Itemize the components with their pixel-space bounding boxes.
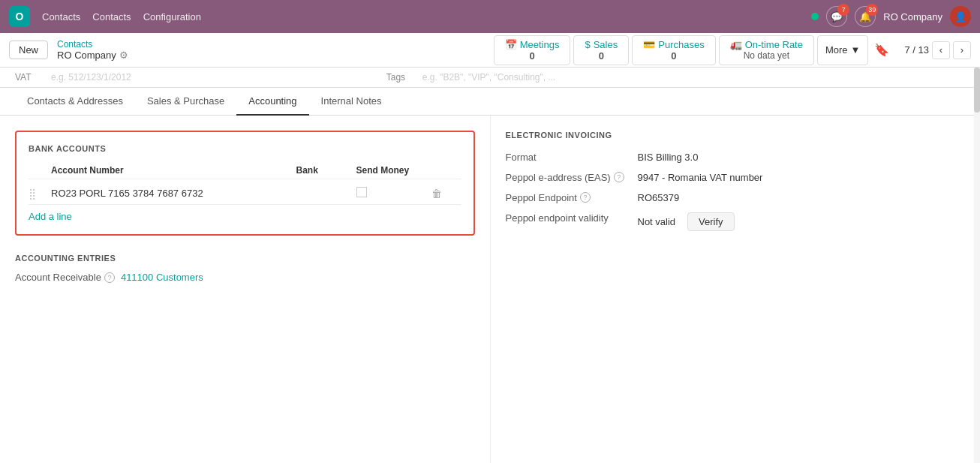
validity-row: Peppol endpoint validity Not valid Verif… (506, 212, 966, 231)
peppol-eas-label: Peppol e-address (EAS) ? (506, 172, 626, 183)
add-line-button[interactable]: Add a line (29, 205, 72, 222)
nav-arrows: 7 / 13 ‹ › (904, 41, 971, 59)
peppol-endpoint-row: Peppol Endpoint ? RO65379 (506, 192, 966, 203)
nav-links: Contacts Configuration (92, 11, 201, 23)
more-label: More (825, 44, 848, 56)
purchases-button[interactable]: 💳 Purchases 0 (632, 35, 715, 65)
breadcrumb-current: RO Company (57, 50, 116, 61)
peppol-endpoint-help-icon[interactable]: ? (580, 192, 591, 203)
scrollbar-track (974, 68, 980, 463)
send-money-checkbox[interactable] (356, 187, 367, 197)
account-receivable-value[interactable]: 411100 Customers (121, 272, 203, 283)
card-icon: 💳 (643, 39, 655, 50)
peppol-eas-row: Peppol e-address (EAS) ? 9947 - Romania … (506, 172, 966, 183)
more-button[interactable]: More ▼ (817, 35, 869, 65)
sales-label: Sales (594, 39, 618, 50)
bank-accounts-section: BANK ACCOUNTS Account Number Bank Send M… (15, 131, 475, 236)
nav-contacts[interactable]: Contacts (92, 11, 131, 23)
meetings-label: Meetings (520, 39, 560, 50)
smart-buttons: 📅 Meetings 0 $ Sales 0 💳 Purchases 0 🚛 O… (494, 35, 869, 65)
bank-accounts-title: BANK ACCOUNTS (29, 144, 461, 153)
app-logo[interactable]: O (9, 6, 30, 27)
peppol-endpoint-label: Peppol Endpoint ? (506, 192, 626, 203)
calendar-icon: 📅 (505, 39, 517, 50)
action-bar: New Contacts RO Company ⚙ 📅 Meetings 0 $… (0, 33, 980, 68)
verify-button[interactable]: Verify (687, 212, 735, 231)
account-number-value: RO23 PORL 7165 3784 7687 6732 (51, 188, 296, 199)
col-send-money: Send Money (356, 165, 431, 176)
ontime-label: On-time Rate (745, 39, 803, 50)
alerts-badge: 39 (866, 4, 878, 16)
messages-badge: 7 (837, 4, 849, 16)
dollar-icon: $ (585, 39, 590, 50)
account-receivable-label: Account Receivable ? (15, 272, 115, 283)
format-value: BIS Billing 3.0 (638, 152, 699, 163)
nav-configuration[interactable]: Configuration (143, 11, 201, 23)
format-label: Format (506, 152, 626, 163)
validity-label: Peppol endpoint validity (506, 212, 626, 231)
delete-icon[interactable]: 🗑 (431, 188, 461, 200)
new-button[interactable]: New (9, 41, 48, 59)
chevron-down-icon: ▼ (851, 44, 861, 56)
tab-internal-notes[interactable]: Internal Notes (309, 88, 394, 116)
meetings-button[interactable]: 📅 Meetings 0 (494, 35, 571, 65)
tab-sales-purchase[interactable]: Sales & Purchase (135, 88, 236, 116)
bookmark-icon[interactable]: 🔖 (874, 43, 889, 57)
tags-field: Tags e.g. "B2B", "VIP", "Consulting", ..… (386, 72, 556, 83)
help-icon[interactable]: ? (104, 272, 115, 283)
peppol-endpoint-value: RO65379 (638, 192, 680, 203)
peppol-eas-help-icon[interactable]: ? (614, 172, 624, 182)
navbar-right: 💬 7 🔔 39 RO Company 👤 (811, 6, 971, 27)
tab-accounting[interactable]: Accounting (236, 88, 308, 116)
sales-button[interactable]: $ Sales 0 (573, 35, 629, 65)
user-avatar[interactable]: 👤 (950, 6, 971, 27)
messages-icon[interactable]: 💬 7 (826, 6, 847, 27)
peppol-eas-value: 9947 - Romania VAT number (638, 172, 763, 183)
main-content: VAT e.g. 512/123/1/2012 Tags e.g. "B2B",… (0, 68, 980, 463)
scrollbar-thumb[interactable] (974, 68, 980, 113)
table-row: ⣿ RO23 PORL 7165 3784 7687 6732 🗑 (29, 182, 461, 205)
accounting-entries-section: ACCOUNTING ENTRIES Account Receivable ? … (15, 254, 475, 283)
col-account-number: Account Number (51, 165, 296, 176)
account-receivable-row: Account Receivable ? 411100 Customers (15, 272, 475, 283)
alerts-icon[interactable]: 🔔 39 (855, 6, 876, 27)
meetings-count: 0 (529, 50, 534, 62)
vat-field: VAT e.g. 512/123/1/2012 (15, 72, 131, 83)
tags-placeholder[interactable]: e.g. "B2B", "VIP", "Consulting", ... (422, 72, 556, 83)
ontime-value: No data yet (744, 50, 789, 61)
nav-position: 7 / 13 (904, 44, 929, 56)
settings-icon[interactable]: ⚙ (119, 50, 128, 61)
company-name: RO Company (883, 11, 942, 23)
right-panel: ELECTRONIC INVOICING Format BIS Billing … (491, 116, 981, 463)
format-row: Format BIS Billing 3.0 (506, 152, 966, 163)
prev-arrow[interactable]: ‹ (932, 41, 950, 59)
purchases-label: Purchases (658, 39, 704, 50)
truck-icon: 🚛 (730, 39, 742, 50)
purchases-count: 0 (671, 50, 676, 62)
breadcrumb-parent[interactable]: Contacts (57, 39, 128, 50)
vat-placeholder[interactable]: e.g. 512/123/1/2012 (51, 72, 131, 83)
accounting-entries-title: ACCOUNTING ENTRIES (15, 254, 475, 263)
validity-value: Not valid (638, 216, 676, 227)
content-area: BANK ACCOUNTS Account Number Bank Send M… (0, 116, 980, 463)
tabs: Contacts & Addresses Sales & Purchase Ac… (0, 88, 980, 116)
tab-contacts-addresses[interactable]: Contacts & Addresses (15, 88, 135, 116)
vat-label: VAT (15, 72, 45, 83)
bank-accounts-header: Account Number Bank Send Money (29, 162, 461, 179)
col-bank: Bank (296, 165, 356, 176)
ontime-button[interactable]: 🚛 On-time Rate No data yet (719, 35, 814, 65)
status-indicator (811, 13, 819, 20)
breadcrumb: Contacts RO Company ⚙ (57, 39, 128, 61)
form-top-area: VAT e.g. 512/123/1/2012 Tags e.g. "B2B",… (0, 68, 980, 88)
tags-label: Tags (386, 72, 416, 83)
navbar: O Contacts Contacts Configuration 💬 7 🔔 … (0, 0, 980, 33)
einvoicing-title: ELECTRONIC INVOICING (506, 131, 966, 140)
sales-count: 0 (599, 50, 604, 62)
next-arrow[interactable]: › (953, 41, 971, 59)
left-panel: BANK ACCOUNTS Account Number Bank Send M… (0, 116, 491, 463)
nav-app-name[interactable]: Contacts (42, 11, 80, 23)
drag-handle-icon[interactable]: ⣿ (29, 188, 51, 200)
